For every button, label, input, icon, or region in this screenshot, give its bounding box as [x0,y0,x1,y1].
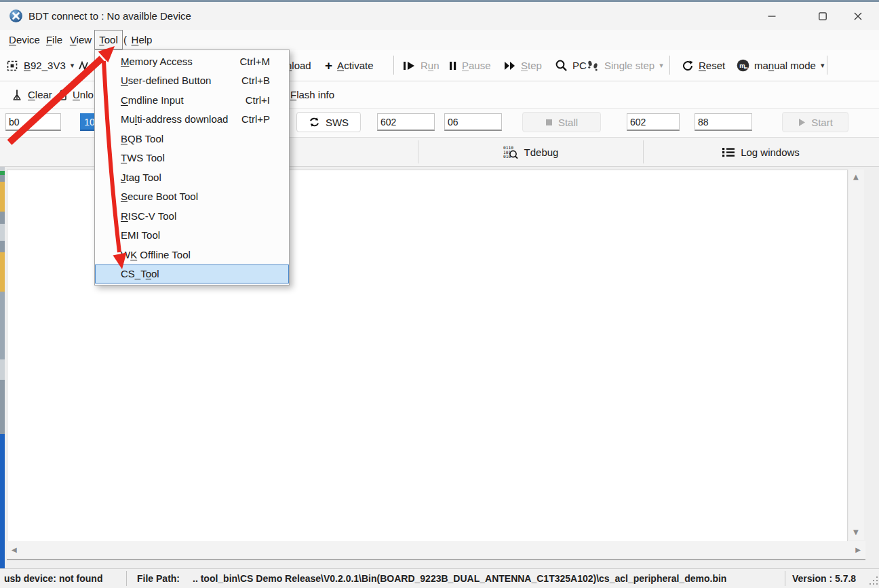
menu-item-multi-address-download[interactable]: Multi-address downloadCtrl+P [95,110,289,130]
scroll-up-icon[interactable]: ▲ [853,174,859,180]
file-path-value: .. tool_bin\CS Demo Release\V0.2.0.1\Bin… [193,569,726,588]
single-step-button[interactable]: Single step ▾ [587,50,663,81]
reset-icon [682,60,694,72]
menu-item-cs-tool[interactable]: CS_Tool [95,264,289,284]
menubar-item-view[interactable]: View [68,30,94,50]
manual-mode-button[interactable]: mm manual mode ▾ [737,50,824,81]
background-window-sliver [0,167,5,568]
flash-info-button[interactable]: Flash info [290,81,334,108]
menubar-item-device[interactable]: Device [7,30,42,50]
status-separator [785,571,785,586]
shortcut: Ctrl+M [239,56,270,67]
window-title: BDT connect to : No availble Device [28,2,191,30]
device-select-label: B92_3V3 [24,60,66,71]
footprints-icon [587,60,600,72]
shortcut: Ctrl+I [246,94,270,106]
pc-button[interactable]: PC [555,50,587,81]
menu-item-memory-access[interactable]: Memory AccessCtrl+M [95,52,289,71]
tab-tdebug[interactable]: 0110 101 010 Tdebug [418,138,643,166]
menu-item-emi-tool[interactable]: EMI Tool [95,226,289,246]
play-icon [798,118,806,127]
scroll-down-icon[interactable]: ▼ [853,529,859,536]
menu-item-bqb-tool[interactable]: BQB Tool [95,129,289,149]
vertical-scrollbar[interactable]: ▲ ▼ [849,170,864,540]
start-button[interactable]: Start [782,112,848,132]
panel-bottom-border [7,559,865,560]
menu-item-cmdline-input[interactable]: Cmdline InputCtrl+I [95,90,289,110]
unlock-label-fragment: Unlo [73,89,94,100]
tool-menu-dropdown: Memory AccessCtrl+M User-defined ButtonC… [94,50,290,286]
scroll-right-icon[interactable]: ▶ [855,547,861,553]
pc-label: PC [572,60,587,71]
activate-label: Activate [337,60,373,71]
minimize-button[interactable] [756,5,787,27]
usb-status: usb device: not found [4,569,102,588]
clear-button[interactable]: Clear [11,81,52,108]
title-bar: BDT connect to : No availble Device [0,0,879,30]
menu-item-tws-tool[interactable]: TWS Tool [95,149,289,168]
tdebug-icon: 0110 101 010 [503,145,518,159]
pause-icon [448,60,457,71]
reset-button[interactable]: Reset [682,50,725,81]
reg-field-3[interactable] [627,113,680,131]
tab-log-windows[interactable]: Log windows [643,138,879,166]
stall-button[interactable]: Stall [522,112,601,132]
menu-item-risc-v-tool[interactable]: RISC-V Tool [95,206,289,226]
step-button[interactable]: Step [503,50,542,81]
minimize-icon [768,12,776,20]
flash-info-label: Flash info [290,89,334,100]
manual-mode-icon: mm [737,59,749,72]
horizontal-scrollbar[interactable]: ◀ ▶ [7,541,865,559]
maximize-icon [819,12,827,20]
file-path-label: File Path: [137,569,180,588]
device-select[interactable]: B92_3V3 ▾ [5,50,89,81]
broom-icon [11,89,23,101]
menubar-item-file[interactable]: File [43,30,65,50]
sws-button[interactable]: SWS [296,112,361,132]
tab-log-windows-label: Log windows [741,146,800,158]
app-icon [9,9,23,23]
maximize-button[interactable] [807,5,838,27]
sws-label: SWS [326,117,349,128]
pause-button[interactable]: Pause [448,50,491,81]
reg-field-4[interactable] [695,113,752,131]
chevron-down-icon: ▾ [71,61,75,70]
menubar-artifact: ( [123,30,127,50]
manual-mode-label: manual mode [754,60,816,71]
start-label: Start [811,117,833,128]
status-separator [126,571,127,586]
menu-item-jtag-tool[interactable]: Jtag Tool [95,168,289,187]
address-field[interactable] [5,113,61,131]
step-icon [503,60,516,71]
resize-grip[interactable] [870,583,871,585]
download-button[interactable]: nload [286,50,311,81]
clear-label: Clear [28,89,52,100]
toolbar-separator [669,56,670,75]
magnifier-icon [555,59,568,72]
stop-icon [545,119,553,126]
close-icon [854,12,862,20]
unlock-icon [57,89,68,101]
toolbar-separator [393,56,394,75]
single-step-label: Single step [604,60,655,71]
run-button[interactable]: Run [402,50,440,81]
list-icon [722,147,735,157]
menu-item-wk-offline-tool[interactable]: WK Offline Tool [95,245,289,264]
tab-tdebug-label: Tdebug [524,146,559,158]
reset-label: Reset [699,60,725,71]
menu-item-user-defined-button[interactable]: User-defined ButtonCtrl+B [95,71,289,91]
status-bar: usb device: not found File Path: .. tool… [0,568,879,588]
reg-field-1[interactable] [377,113,435,131]
unlock-button[interactable]: Unlo [57,81,94,108]
menubar-item-help[interactable]: Help [129,30,155,50]
chevron-down-icon: ▾ [659,61,663,70]
menu-item-secure-boot-tool[interactable]: Secure Boot Tool [95,187,289,207]
plus-icon: + [325,59,332,72]
refresh-icon [309,117,320,128]
close-button[interactable] [842,5,874,27]
activate-button[interactable]: + Activate [325,50,373,81]
scroll-left-icon[interactable]: ◀ [12,547,17,553]
reg-field-2[interactable] [444,113,502,131]
run-label: Run [421,60,440,71]
menubar-item-tool[interactable]: Tool [94,30,123,50]
